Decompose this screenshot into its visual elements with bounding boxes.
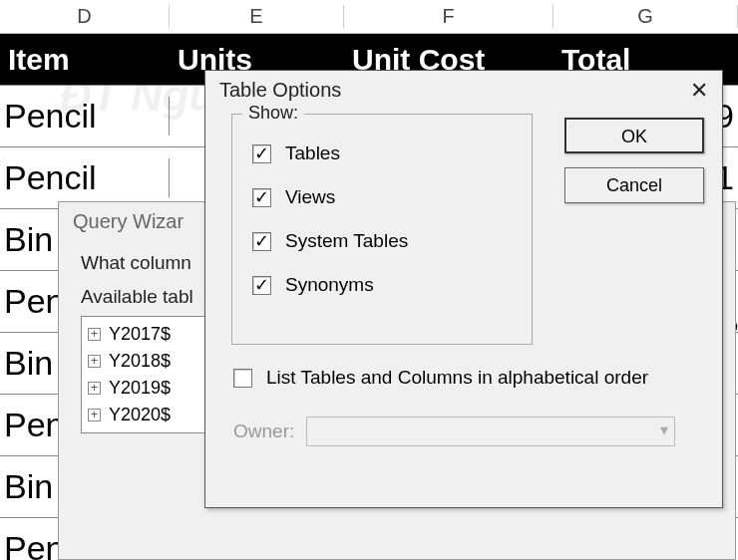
cell-item[interactable]: Pencil — [0, 97, 170, 136]
close-icon[interactable]: ✕ — [690, 80, 708, 102]
col-letter-d: D — [0, 5, 170, 28]
checkbox-system-tables[interactable] — [252, 232, 271, 251]
tree-item[interactable]: + Y2018$ — [88, 348, 213, 375]
checkbox-synonyms[interactable] — [252, 276, 271, 295]
checkbox-label: System Tables — [285, 230, 408, 252]
tree-item-label: Y2019$ — [109, 378, 171, 399]
checkbox-label: Synonyms — [285, 274, 374, 296]
dialog-title: Table Options — [219, 79, 341, 102]
ok-button[interactable]: OK — [564, 118, 704, 153]
checkbox-row-tables[interactable]: Tables — [252, 142, 512, 164]
col-letter-e: E — [170, 5, 344, 28]
checkbox-row-system-tables[interactable]: System Tables — [252, 230, 512, 252]
tree-item[interactable]: + Y2019$ — [88, 375, 213, 402]
owner-row: Owner: — [233, 417, 675, 446]
show-group: Show: Tables Views System Tables Synonym… — [231, 114, 533, 345]
checkbox-label: Views — [285, 186, 335, 208]
cell-item[interactable]: Pencil — [0, 158, 170, 197]
checkbox-row-views[interactable]: Views — [252, 186, 512, 208]
checkbox-tables[interactable] — [252, 144, 271, 163]
expand-icon[interactable]: + — [88, 355, 101, 368]
col-letter-f: F — [344, 5, 554, 28]
column-letter-row: D E F G — [0, 0, 738, 34]
owner-label: Owner: — [233, 420, 294, 442]
checkbox-views[interactable] — [252, 188, 271, 207]
owner-select[interactable] — [306, 417, 675, 446]
tree-item[interactable]: + Y2017$ — [88, 321, 213, 348]
cancel-button[interactable]: Cancel — [564, 167, 704, 203]
checkbox-row-synonyms[interactable]: Synonyms — [252, 274, 512, 296]
available-tables-list[interactable]: + Y2017$ + Y2018$ + Y2019$ + Y2020$ — [81, 316, 220, 433]
show-group-label: Show: — [242, 103, 304, 124]
expand-icon[interactable]: + — [88, 409, 101, 421]
col-letter-g: G — [554, 5, 738, 28]
expand-icon[interactable]: + — [88, 328, 101, 341]
expand-icon[interactable]: + — [88, 382, 101, 395]
checkbox-label: List Tables and Columns in alphabetical … — [266, 367, 648, 389]
tree-item-label: Y2018$ — [109, 351, 171, 372]
tree-item[interactable]: + Y2020$ — [88, 402, 213, 428]
tree-item-label: Y2017$ — [109, 324, 171, 345]
checkbox-alpha-order[interactable] — [233, 369, 252, 388]
header-item: Item — [0, 43, 170, 77]
checkbox-label: Tables — [285, 142, 340, 164]
checkbox-row-alpha-order[interactable]: List Tables and Columns in alphabetical … — [233, 367, 648, 389]
tree-item-label: Y2020$ — [109, 405, 171, 425]
table-options-dialog: Table Options ✕ Show: Tables Views Syste… — [204, 70, 723, 508]
